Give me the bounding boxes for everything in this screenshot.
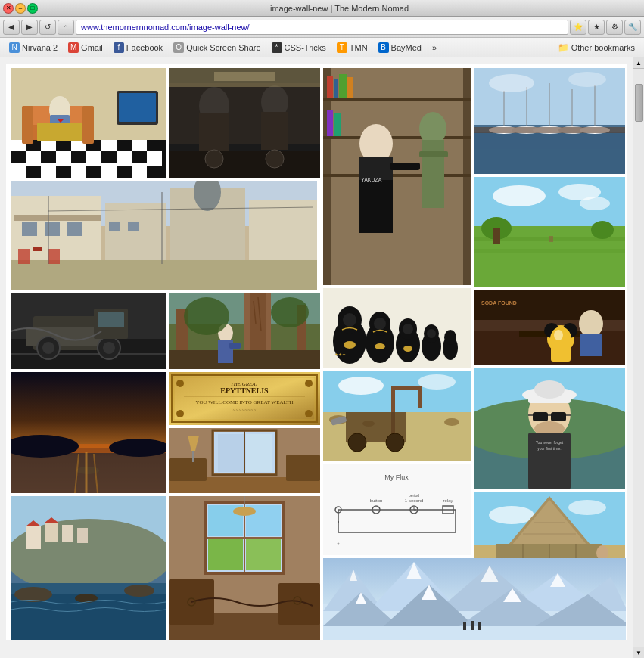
svg-rect-89 — [128, 222, 139, 231]
bookmark-facebook[interactable]: f Facebook — [109, 41, 167, 54]
extensions-button[interactable]: 🔧 — [624, 20, 641, 35]
svg-rect-193 — [246, 434, 272, 472]
svg-rect-29 — [169, 83, 320, 144]
svg-text:relay: relay — [443, 498, 453, 503]
bookmark-nirvana2[interactable]: N Nirvana 2 — [5, 41, 62, 54]
forward-button[interactable]: ▶ — [21, 20, 38, 35]
svg-point-214 — [386, 433, 404, 452]
svg-rect-289 — [246, 539, 281, 570]
navigation-bar: ◀ ▶ ↺ ⌂ www.themornernnomad.com/image-wa… — [0, 17, 644, 38]
svg-rect-8 — [56, 151, 71, 166]
svg-rect-85 — [22, 222, 37, 236]
svg-point-208 — [444, 418, 459, 426]
svg-rect-164 — [551, 346, 571, 362]
image-mickey-restaurant[interactable]: SODA FOUND — [474, 290, 625, 365]
scroll-thumb[interactable] — [635, 84, 643, 122]
svg-rect-288 — [208, 539, 243, 570]
image-greek-street[interactable] — [11, 181, 317, 290]
svg-point-147 — [403, 346, 412, 352]
svg-rect-86 — [45, 222, 60, 236]
svg-point-279 — [75, 594, 98, 603]
qss-icon: Q — [173, 42, 184, 53]
svg-rect-54 — [419, 151, 448, 157]
home-button[interactable]: ⌂ — [58, 20, 74, 35]
svg-rect-51 — [334, 113, 341, 136]
svg-text:SODA FOUND: SODA FOUND — [481, 300, 517, 306]
image-car-interior[interactable] — [169, 68, 320, 178]
bookmark-gmail[interactable]: M Gmail — [64, 41, 107, 54]
image-green-field[interactable] — [474, 177, 625, 287]
svg-rect-7 — [26, 151, 41, 166]
image-interior-room2[interactable] — [169, 496, 320, 640]
image-man-statue[interactable]: YAKUZA — [323, 68, 471, 285]
svg-rect-316 — [471, 621, 474, 630]
bookmark-css-tricks[interactable]: * CSS-Tricks — [267, 41, 331, 54]
svg-rect-93 — [48, 249, 60, 264]
scroll-track — [633, 69, 644, 647]
facebook-label: Facebook — [126, 43, 163, 52]
vertical-scrollbar[interactable]: ▲ ▼ — [633, 57, 644, 658]
image-harbor[interactable] — [474, 68, 625, 174]
css-label: CSS-Tricks — [285, 43, 326, 52]
image-circuit-diagram[interactable]: My Flux button — [323, 464, 471, 555]
svg-point-100 — [493, 185, 546, 206]
url-bar[interactable]: www.themornernnomad.com/image-wall-new/ — [76, 20, 568, 35]
image-forest-person[interactable] — [169, 293, 320, 369]
svg-point-278 — [124, 585, 154, 597]
svg-text:~ ~ ~ ~ ~ ~ ~ ~: ~ ~ ~ ~ ~ ~ ~ ~ — [233, 408, 257, 412]
image-industrial[interactable] — [11, 293, 166, 369]
image-sunset-sea[interactable] — [11, 372, 166, 493]
qss-label: Quick Screen Share — [186, 43, 260, 52]
bookmark-baymed[interactable]: B BayMed — [374, 41, 426, 54]
svg-rect-88 — [109, 222, 120, 231]
svg-rect-211 — [418, 386, 422, 408]
image-desert-machinery[interactable] — [323, 371, 471, 461]
svg-rect-197 — [169, 458, 207, 481]
svg-point-102 — [580, 197, 610, 210]
image-matryoshka[interactable]: ✦✦✦ — [323, 288, 471, 368]
other-bookmarks-link[interactable]: 📁 Other bookmarks — [553, 41, 639, 54]
svg-rect-91 — [18, 249, 30, 264]
svg-rect-14 — [71, 163, 86, 178]
svg-point-204 — [418, 374, 456, 390]
tmn-icon: T — [337, 42, 347, 53]
back-button[interactable]: ◀ — [3, 20, 20, 35]
image-cartoon[interactable] — [11, 68, 166, 178]
svg-rect-46 — [327, 76, 333, 98]
refresh-button[interactable]: ↺ — [39, 20, 56, 35]
page-content: YAKUZA — [0, 57, 633, 658]
svg-rect-16 — [132, 163, 147, 178]
svg-rect-272 — [77, 528, 88, 543]
search-button[interactable]: ⭐ — [570, 20, 586, 35]
maximize-button[interactable]: □ — [27, 3, 38, 14]
svg-point-165 — [579, 310, 603, 337]
svg-point-152 — [444, 330, 456, 345]
scroll-down-button[interactable]: ▼ — [633, 647, 644, 658]
scroll-up-button[interactable]: ▲ — [633, 57, 644, 69]
image-interior-room[interactable] — [169, 428, 320, 493]
settings-button[interactable]: ⚙ — [606, 20, 623, 35]
close-button[interactable]: ✕ — [3, 3, 14, 14]
svg-point-181 — [305, 380, 313, 387]
svg-text:period: period — [409, 493, 419, 498]
svg-rect-10 — [117, 151, 132, 166]
image-man-sunglasses[interactable]: You never forget your first time. — [474, 368, 625, 489]
svg-rect-13 — [41, 163, 56, 178]
svg-point-252 — [489, 506, 534, 524]
svg-point-139 — [344, 341, 356, 349]
bookmark-tmn[interactable]: T TMN — [332, 41, 372, 54]
bookmarks-more[interactable]: » — [428, 42, 441, 54]
svg-rect-200 — [192, 451, 194, 462]
bookmark-star[interactable]: ★ — [588, 20, 605, 35]
minimize-button[interactable]: – — [15, 3, 26, 14]
image-snow-mountains[interactable] — [323, 558, 626, 640]
svg-rect-15 — [101, 163, 117, 178]
image-fortune-card[interactable]: THE GREAT EPYTTNELIS YOU WILL COME INTO … — [169, 372, 320, 425]
svg-rect-49 — [347, 77, 353, 98]
svg-point-134 — [271, 297, 309, 327]
bookmark-qss[interactable]: Q Quick Screen Share — [169, 41, 265, 54]
image-coastal-town[interactable] — [11, 496, 166, 640]
svg-point-180 — [176, 380, 184, 387]
tmn-label: TMN — [350, 43, 368, 52]
svg-point-108 — [591, 221, 614, 239]
